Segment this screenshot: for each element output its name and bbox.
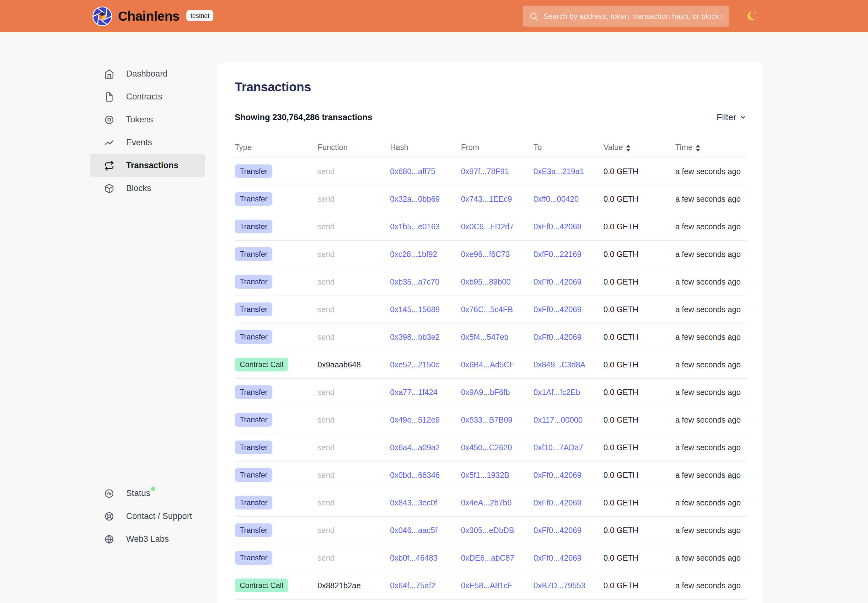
status-dot [151, 487, 155, 491]
tx-to-link[interactable]: 0x117...00000 [534, 415, 583, 424]
tx-to-link[interactable]: 0xFf0...42069 [534, 498, 582, 507]
tx-type-badge: Transfer [235, 413, 272, 427]
trend-icon [104, 138, 114, 148]
tx-hash-link[interactable]: 0x046...aac5f [390, 526, 437, 535]
sidebar-item-transactions[interactable]: Transactions [90, 154, 205, 177]
tx-hash-link[interactable]: 0x0bd...66346 [390, 471, 439, 479]
sidebar-item-label: Web3 Labs [126, 534, 169, 544]
tx-function: send [317, 222, 334, 231]
tx-to-link[interactable]: 0xFf0...42069 [534, 526, 582, 535]
tx-hash-link[interactable]: 0xa77...1f424 [390, 388, 438, 397]
tx-from-link[interactable]: 0x743...1EEc9 [461, 195, 512, 203]
tx-to-link[interactable]: 0xE3a...219a1 [534, 167, 584, 176]
tx-from-link[interactable]: 0x0C6...FD2d7 [461, 222, 514, 231]
column-header-time[interactable]: Time [675, 138, 747, 158]
tx-function: send [317, 526, 334, 535]
search-input[interactable] [543, 12, 723, 21]
table-row: Transfer send 0x046...aac5f 0x305...eDbD… [235, 516, 747, 544]
tx-from-link[interactable]: 0x305...eDbDB [461, 526, 514, 535]
column-header-value[interactable]: Value [603, 138, 675, 158]
tx-type-badge: Transfer [235, 247, 272, 261]
tx-from-link[interactable]: 0x9A9...bF6fb [461, 388, 510, 397]
tx-from-link[interactable]: 0xb95...89b00 [461, 277, 511, 286]
sidebar-item-web3-labs[interactable]: Web3 Labs [90, 528, 205, 550]
tx-hash-link[interactable]: 0xb0f...46483 [390, 554, 438, 562]
tx-time: a few seconds ago [675, 222, 741, 231]
app: Chainlens testnet Dashboard [0, 0, 868, 603]
tx-hash-link[interactable]: 0xc28...1bf92 [390, 250, 437, 258]
tx-from-link[interactable]: 0x5f1...1932B [461, 471, 509, 479]
tx-to-link[interactable]: 0xFf0...42069 [534, 471, 582, 479]
sidebar-item-status[interactable]: Status [90, 482, 205, 505]
global-search[interactable] [523, 6, 729, 27]
sidebar-item-tokens[interactable]: Tokens [90, 108, 205, 131]
tx-function: send [317, 277, 334, 286]
tx-hash-link[interactable]: 0x49e...512e9 [390, 415, 439, 424]
tx-from-link[interactable]: 0x4eA...2b7b6 [461, 498, 512, 507]
transactions-table: Type Function Hash From To Value Time Tr… [235, 138, 747, 600]
tx-type-badge: Transfer [235, 468, 272, 482]
tx-hash-link[interactable]: 0x6a4...a09a2 [390, 443, 439, 452]
table-row: Transfer send 0x49e...512e9 0x533...B7B0… [235, 406, 747, 434]
sidebar-item-label: Blocks [126, 184, 151, 193]
tx-to-link[interactable]: 0xFf0...42069 [534, 332, 582, 341]
tx-from-link[interactable]: 0xE58...A81cF [461, 581, 512, 590]
chainlens-logo-icon [92, 6, 112, 26]
tx-to-link[interactable]: 0xFf0...42069 [534, 222, 582, 231]
tx-value: 0.0 GETH [603, 360, 638, 369]
table-row: Transfer send 0x32a...0bb69 0x743...1EEc… [235, 185, 747, 213]
token-icon [104, 115, 114, 125]
dark-mode-toggle[interactable] [746, 9, 760, 23]
tx-from-link[interactable]: 0xDE6...abC87 [461, 554, 514, 562]
tx-value: 0.0 GETH [603, 581, 638, 590]
table-row: Transfer send 0xa77...1f424 0x9A9...bF6f… [235, 378, 747, 406]
sidebar-item-dashboard[interactable]: Dashboard [90, 62, 205, 85]
tx-hash-link[interactable]: 0x843...3ec0f [390, 498, 437, 507]
tx-time: a few seconds ago [675, 471, 741, 479]
tx-value: 0.0 GETH [603, 277, 638, 286]
filter-button[interactable]: Filter [717, 112, 747, 122]
sidebar-item-blocks[interactable]: Blocks [90, 177, 205, 200]
tx-hash-link[interactable]: 0x145...15689 [390, 305, 439, 314]
transactions-count: Showing 230,764,286 transactions [235, 113, 372, 122]
tx-function: send [317, 471, 334, 479]
tx-to-link[interactable]: 0x849...C3d8A [534, 360, 585, 369]
tx-function: send [317, 305, 334, 314]
tx-from-link[interactable]: 0x76C...5c4FB [461, 305, 513, 314]
tx-from-link[interactable]: 0x97f...78F91 [461, 167, 509, 176]
table-row: Transfer send 0x1b5...e0163 0x0C6...FD2d… [235, 213, 747, 240]
tx-hash-link[interactable]: 0x1b5...e0163 [390, 222, 439, 231]
tx-to-link[interactable]: 0x1Af...fc2Eb [534, 388, 580, 397]
tx-hash-link[interactable]: 0x398...bb3e2 [390, 332, 439, 341]
tx-to-link[interactable]: 0xFf0...42069 [534, 305, 582, 314]
sort-icon[interactable] [626, 144, 630, 152]
tx-hash-link[interactable]: 0x64f...75af2 [390, 581, 436, 590]
tx-from-link[interactable]: 0x450...C2620 [461, 443, 512, 452]
brand[interactable]: Chainlens testnet [92, 6, 214, 26]
sort-icon[interactable] [696, 144, 700, 152]
tx-to-link[interactable]: 0xB7D...79553 [534, 581, 585, 590]
tx-to-link[interactable]: 0xfF0...22169 [534, 250, 582, 258]
tx-from-link[interactable]: 0x5f4...547eb [461, 332, 509, 341]
sidebar-item-contact-support[interactable]: Contact / Support [90, 505, 205, 528]
tx-hash-link[interactable]: 0x32a...0bb69 [390, 195, 439, 203]
sidebar-item-events[interactable]: Events [90, 131, 205, 154]
tx-to-link[interactable]: 0xFf0...42069 [534, 277, 582, 286]
tx-hash-link[interactable]: 0xe52...2150c [390, 360, 439, 369]
tx-to-link[interactable]: 0xf10...7ADa7 [534, 443, 583, 452]
sidebar-item-label: Dashboard [126, 69, 167, 79]
table-row: Transfer send 0x843...3ec0f 0x4eA...2b7b… [235, 489, 747, 516]
tx-hash-link[interactable]: 0xb35...a7c70 [390, 277, 439, 286]
sidebar-footer: Status Contact / Support Web3 Labs [90, 482, 205, 550]
globe-icon [104, 534, 114, 544]
tx-from-link[interactable]: 0x533...B7B09 [461, 415, 512, 424]
tx-to-link[interactable]: 0xFf0...42069 [534, 554, 582, 562]
tx-type-badge: Transfer [235, 275, 272, 289]
tx-type-badge: Transfer [235, 523, 272, 537]
tx-from-link[interactable]: 0xe96...f6C73 [461, 250, 510, 258]
tx-from-link[interactable]: 0x6B4...Ad5CF [461, 360, 514, 369]
tx-hash-link[interactable]: 0x680...aff75 [390, 167, 435, 176]
tx-time: a few seconds ago [675, 554, 741, 562]
tx-to-link[interactable]: 0xff0...00420 [534, 195, 579, 203]
sidebar-item-contracts[interactable]: Contracts [90, 85, 205, 108]
